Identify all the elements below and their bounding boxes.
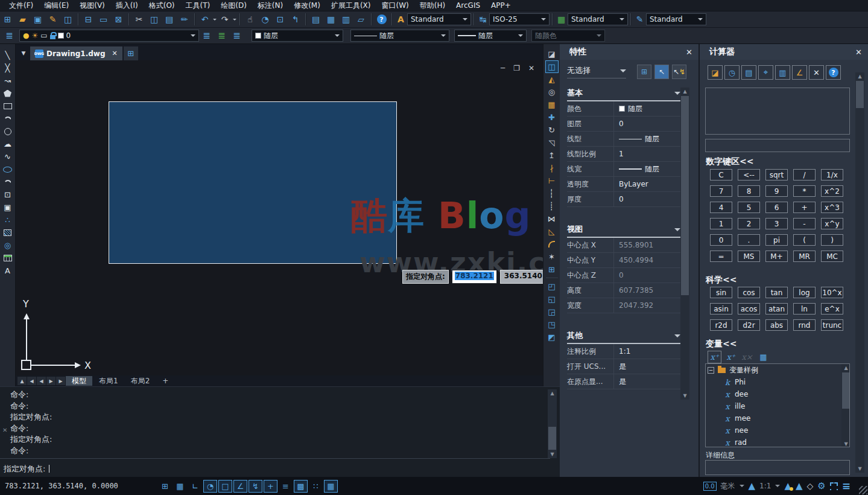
plot-icon[interactable]: ⊟ [81,13,95,26]
chevron-down-icon[interactable] [213,19,217,22]
property-row[interactable]: 注释比例1:1 [567,344,680,359]
numpad-key-r3c1[interactable]: 2 [738,218,760,229]
last-tab-icon[interactable]: ▶ [56,377,65,385]
edit-variable-icon[interactable]: x⁺ [724,351,738,363]
line-icon[interactable]: ╲ [1,49,14,62]
table-style-combo[interactable]: Standard [568,13,628,25]
copy-icon[interactable]: ◫ [147,13,161,26]
status-toggle-otrack[interactable]: ∠ [233,480,247,493]
send-to-back-icon[interactable]: ◱ [545,293,559,305]
sci-key-r0c0[interactable]: sin [710,287,732,298]
prev-tab-icon[interactable]: ◀ [37,377,46,385]
sci-key-r2c4[interactable]: trunc [821,319,843,331]
new-variable-icon[interactable]: x⁺ [708,351,721,363]
construction-line-icon[interactable]: ╳ [1,62,14,74]
mirror-icon[interactable]: ◭ [545,73,559,86]
chevron-down-icon[interactable] [740,485,744,490]
text-style-combo[interactable]: Standard [407,13,471,25]
numpad-key-r5c2[interactable]: M+ [765,251,788,262]
property-row[interactable]: 中心点 Z0 [567,268,680,283]
scroll-up-icon[interactable]: ▲ [680,88,689,95]
calculator-return-icon[interactable]: ▦ [756,351,770,363]
drawing-canvas[interactable]: ─ ❐ ✕ 酷库 Blog www.zxki.cn 指定对角点: 783.212… [16,60,543,375]
menu-item-0[interactable]: 文件(F) [4,0,39,11]
join-icon[interactable]: ⋈ [545,212,559,225]
cut-icon[interactable]: ✂ [132,13,146,26]
bring-above-icon[interactable]: ◲ [545,305,559,318]
publish-icon[interactable]: ⊠ [112,13,125,26]
quick-select-button[interactable]: ⊞ [637,65,651,79]
table-icon[interactable] [1,252,14,264]
selection-combo[interactable]: 无选择 [567,65,626,78]
ellipse-arc-icon[interactable] [1,176,14,188]
scroll-up-icon[interactable]: ▲ [841,364,850,372]
menu-item-8[interactable]: 修改(M) [288,0,326,11]
property-row[interactable]: 图层0 [567,117,680,132]
numpad-key-r5c0[interactable]: = [710,251,732,262]
close-tab-icon[interactable]: ✕ [112,50,117,57]
numpad-key-r1c3[interactable]: * [793,185,816,197]
rotate-icon[interactable]: ↻ [545,124,559,136]
copy-icon[interactable]: ◫ [545,60,559,73]
numpad-key-r3c2[interactable]: 3 [765,218,788,229]
command-prompt[interactable]: 指定对角点: [4,464,49,474]
status-toggle-grid[interactable]: ▦ [173,480,187,493]
scroll-down-icon[interactable]: ▼ [548,450,557,458]
menu-item-4[interactable]: 格式(O) [144,0,180,11]
zoom-realtime-icon[interactable]: ◔ [258,13,272,26]
status-toggle-transparency[interactable]: ▩ [294,480,308,493]
toggle-pickadd-button[interactable]: ↖↯ [672,65,686,79]
draw-order-icon[interactable]: ◩ [545,331,559,343]
paste-icon[interactable]: ▤ [162,13,176,26]
scrollbar-thumb[interactable] [856,81,864,108]
menu-item-13[interactable]: APP+ [486,0,516,11]
annotation-scale-icon[interactable]: ▲ [749,481,756,491]
mleader-style-combo[interactable]: Standard [646,13,706,25]
stretch-icon[interactable]: ↥ [545,149,559,162]
menu-item-5[interactable]: 工具(T) [180,0,216,11]
make-layer-current-icon[interactable]: ≣ [200,29,214,42]
variables-folder-row[interactable]: −变量样例 [706,364,849,376]
properties-palette-icon[interactable]: ▤ [309,13,323,26]
design-center-icon[interactable]: ▦ [324,13,338,26]
numpad-key-r4c2[interactable]: pi [765,234,788,246]
status-toggle-cycling[interactable]: ∷ [309,480,323,493]
next-tab-icon[interactable]: ▶ [46,377,55,385]
dim-style-combo[interactable]: ISO-25 [489,13,550,25]
layer-previous-icon[interactable]: ≣ [215,29,229,42]
scientific-header[interactable]: 科学<< [706,275,737,286]
layer-combo[interactable]: ● ☀ ▭ 0 [19,30,199,42]
sci-key-r2c3[interactable]: rnd [793,319,816,331]
numpad-header[interactable]: 数字键区<< [706,156,753,167]
status-toggle-osnap[interactable]: □ [218,480,232,493]
menu-item-12[interactable]: ArcGIS [451,0,486,11]
numpad-key-r4c4[interactable]: ) [821,234,843,246]
measure-angle-icon[interactable]: ∠ [792,65,807,80]
erase-icon[interactable]: ◪ [545,48,559,60]
markup-icon[interactable]: ▱ [354,13,368,26]
scroll-down-icon[interactable]: ▼ [680,392,689,400]
document-tab[interactable]: DWG Drawing1.dwg ✕ [30,46,122,60]
tab-layout2[interactable]: 布局2 [125,376,156,386]
move-icon[interactable]: ✚ [545,111,559,124]
scale-icon[interactable]: ◹ [545,136,559,149]
properties-scrollbar[interactable]: ▲ ▼ [680,88,689,400]
dynamic-input-y-field[interactable]: 363.5140 [500,270,543,284]
numpad-key-r1c0[interactable]: 7 [710,185,732,197]
variable-row[interactable]: xille [706,400,849,412]
help-icon[interactable]: ? [826,65,841,80]
trim-icon[interactable]: ∤ [545,162,559,174]
numpad-key-r0c0[interactable]: C [710,169,732,180]
sci-key-r0c2[interactable]: tan [765,287,788,298]
scroll-up-icon[interactable]: ▲ [548,389,557,397]
point-icon[interactable]: ∴ [1,214,14,226]
variable-row[interactable]: kPhi [706,376,849,388]
property-row[interactable]: 高度607.7385 [567,283,680,298]
fullscreen-icon[interactable] [830,482,838,490]
status-toggle-dyn[interactable]: + [264,480,277,493]
close-calculator-icon[interactable]: ✕ [855,48,862,57]
menu-item-10[interactable]: 窗口(W) [376,0,414,11]
linetype-combo[interactable]: 随层 [350,30,449,42]
close-command-icon[interactable]: ✕ [2,427,7,433]
sci-key-r1c3[interactable]: ln [793,303,816,315]
